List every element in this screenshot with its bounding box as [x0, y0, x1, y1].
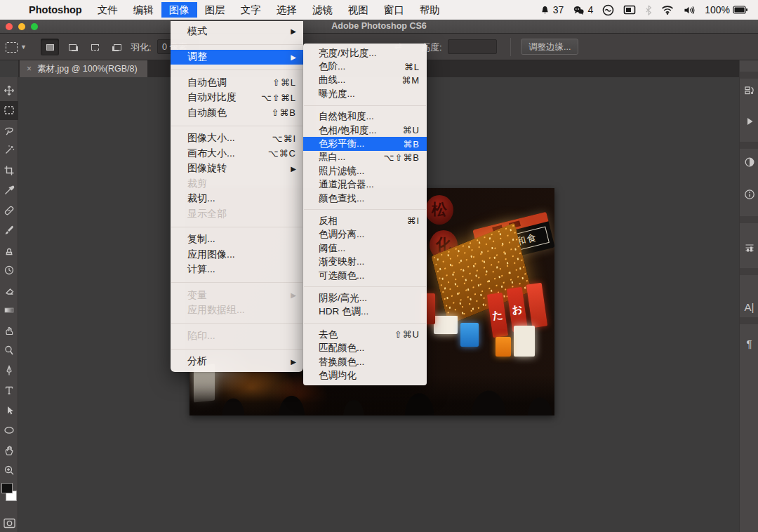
menubar-item-7[interactable]: 滤镜 — [305, 2, 340, 18]
history-brush-tool[interactable] — [0, 261, 18, 280]
menu-item-0[interactable]: 亮度/对比度... — [303, 46, 427, 60]
paragraph-panel-button[interactable]: ¶ — [740, 333, 758, 354]
adjustments-submenu: 亮度/对比度...色阶...⌘L曲线...⌘M曝光度...自然饱和度...色相/… — [303, 44, 427, 385]
menu-item-1[interactable]: 色阶...⌘L — [303, 60, 427, 73]
document-tab[interactable]: × 素材.jpg @ 100%(RGB/8) — [20, 60, 147, 77]
shape-tool[interactable] — [0, 421, 18, 440]
menu-item-adjustments[interactable]: 调整▶ — [171, 50, 303, 65]
menu-item-5[interactable]: 自然饱和度... — [303, 110, 427, 124]
submenu-item-color-balance[interactable]: 色彩平衡...⌘B — [303, 137, 427, 150]
move-tool[interactable] — [0, 81, 18, 100]
tool-preset-picker[interactable]: ▼ — [6, 39, 29, 55]
menu-item-15[interactable]: 复制... — [171, 232, 303, 248]
crop-tool[interactable] — [0, 161, 18, 180]
menubar-item-1[interactable]: 文件 — [90, 2, 126, 18]
banner-char: た — [491, 308, 504, 323]
pen-tool[interactable] — [0, 361, 18, 380]
menu-item-24[interactable]: 分析▶ — [171, 354, 303, 370]
menu-item-25[interactable]: 色调均化 — [303, 368, 427, 382]
battery-icon — [733, 6, 748, 14]
clone-stamp-tool[interactable] — [0, 241, 18, 260]
menu-item-14[interactable]: 色调分离... — [303, 228, 427, 241]
healing-brush-tool-icon — [4, 205, 15, 216]
menu-item-17[interactable]: 可选颜色... — [303, 269, 427, 282]
layers-panel-button[interactable] — [740, 237, 758, 258]
eraser-tool[interactable] — [0, 281, 18, 300]
menu-item-19[interactable]: 阴影/高光... — [303, 291, 427, 305]
menubar-item-2[interactable]: 编辑 — [126, 2, 161, 18]
close-tab-icon[interactable]: × — [27, 64, 32, 74]
menu-item-2[interactable]: 曲线...⌘M — [303, 74, 427, 87]
menu-item-10[interactable]: 通道混合器... — [303, 178, 427, 192]
menu-item-16[interactable]: 应用图像... — [171, 247, 303, 262]
menubar-item-9[interactable]: 窗口 — [376, 2, 412, 18]
menu-item-13[interactable]: 反相⌘I — [303, 214, 427, 227]
menubar-item-3[interactable]: 图像 — [161, 2, 197, 18]
smudge-tool[interactable] — [0, 321, 18, 340]
volume-icon[interactable] — [683, 5, 696, 15]
menu-item-10[interactable]: 图像旋转▶ — [171, 161, 303, 177]
magic-wand-tool[interactable] — [0, 141, 18, 160]
wifi-icon[interactable] — [661, 5, 674, 15]
lasso-tool[interactable] — [0, 121, 18, 140]
gradient-tool[interactable] — [0, 301, 18, 320]
eyedropper-tool[interactable] — [0, 181, 18, 200]
menubar-item-4[interactable]: 图层 — [197, 2, 233, 18]
window-titlebar[interactable]: Adobe Photoshop CS6 — [0, 20, 758, 34]
hand-tool[interactable] — [0, 441, 18, 460]
intersect-selection-button[interactable] — [108, 39, 126, 55]
subtract-selection-button[interactable] — [86, 39, 104, 55]
menubar-item-6[interactable]: 选择 — [269, 2, 305, 18]
menu-separator — [171, 227, 302, 227]
display-icon[interactable] — [623, 5, 636, 15]
actions-panel-button[interactable] — [740, 111, 758, 132]
menu-item-22[interactable]: 去色⇧⌘U — [303, 328, 427, 341]
menu-item-16[interactable]: 渐变映射... — [303, 255, 427, 268]
adjustments-panel-button[interactable] — [740, 152, 758, 173]
menubar-item-0[interactable]: Photoshop — [21, 2, 90, 18]
add-selection-button[interactable] — [63, 39, 81, 55]
chat-status[interactable]: 4 — [573, 4, 593, 15]
notification-status[interactable]: 37 — [540, 4, 564, 15]
creative-cloud-icon[interactable] — [602, 4, 614, 16]
menu-item-8[interactable]: 黑白...⌥⇧⌘B — [303, 151, 427, 164]
dodge-tool[interactable] — [0, 341, 18, 360]
healing-brush-tool[interactable] — [0, 201, 18, 220]
menu-item-0[interactable]: 模式▶ — [171, 24, 303, 39]
menubar-item-8[interactable]: 视图 — [340, 2, 376, 18]
gradient-tool-icon — [4, 305, 15, 316]
path-select-tool[interactable] — [0, 401, 18, 420]
menu-item-3[interactable]: 曝光度... — [303, 87, 427, 100]
menu-item-11[interactable]: 颜色查找... — [303, 192, 427, 205]
zoom-tool[interactable] — [0, 461, 18, 480]
foreground-color-swatch[interactable] — [1, 483, 13, 493]
menu-item-5[interactable]: 自动对比度⌥⇧⌘L — [171, 91, 303, 106]
battery-status[interactable]: 100% — [705, 4, 748, 15]
menubar-item-10[interactable]: 帮助 — [412, 2, 448, 18]
menu-item-6[interactable]: 色相/饱和度...⌘U — [303, 124, 427, 137]
menu-item-24[interactable]: 替换颜色... — [303, 355, 427, 368]
type-tool[interactable] — [0, 381, 18, 400]
menu-item-15[interactable]: 阈值... — [303, 241, 427, 255]
menu-item-9[interactable]: 照片滤镜... — [303, 164, 427, 178]
brush-tool[interactable] — [0, 221, 18, 240]
menu-item-23[interactable]: 匹配颜色... — [303, 341, 427, 354]
info-panel-button[interactable] — [740, 184, 758, 205]
menu-item-12[interactable]: 裁切... — [171, 192, 303, 207]
menu-item-17[interactable]: 计算... — [171, 262, 303, 278]
character-panel-button[interactable]: A| — [740, 296, 758, 317]
rect-marquee-tool[interactable] — [0, 101, 18, 120]
menu-item-9[interactable]: 画布大小...⌥⌘C — [171, 146, 303, 161]
bluetooth-icon[interactable] — [645, 5, 652, 15]
refine-edge-button[interactable]: 调整边缘... — [521, 39, 578, 55]
quick-mask-button[interactable] — [0, 514, 18, 532]
history-panel-button[interactable] — [740, 80, 758, 101]
menu-item-6[interactable]: 自动颜色⇧⌘B — [171, 105, 303, 121]
new-selection-button[interactable] — [41, 39, 59, 55]
menubar-item-5[interactable]: 文字 — [233, 2, 269, 18]
menu-item-8[interactable]: 图像大小...⌥⌘I — [171, 131, 303, 147]
menu-item-20[interactable]: HDR 色调... — [303, 305, 427, 319]
menu-item-4[interactable]: 自动色调⇧⌘L — [171, 75, 303, 91]
menu-item-label: 自动对比度 — [187, 91, 237, 104]
height-input[interactable] — [448, 39, 497, 54]
